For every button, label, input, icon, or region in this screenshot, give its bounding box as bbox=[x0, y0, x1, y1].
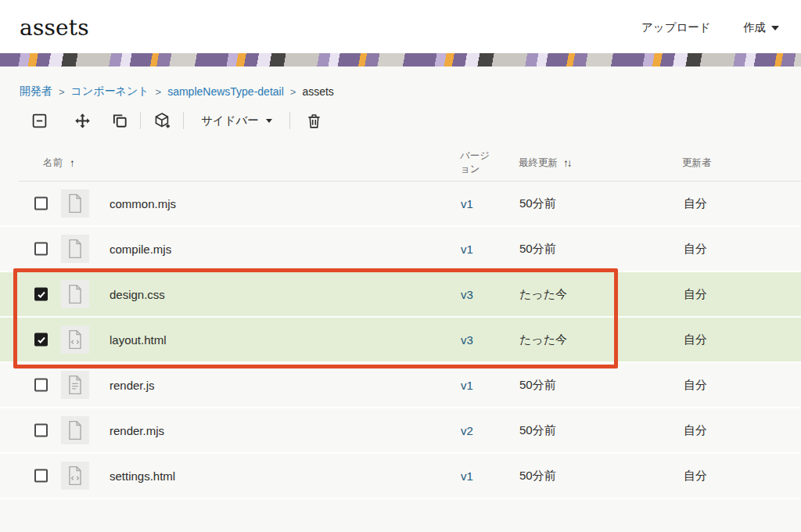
last-modified: たった今 bbox=[519, 287, 567, 302]
row-checkbox[interactable] bbox=[34, 243, 48, 256]
version-link[interactable]: v2 bbox=[461, 424, 473, 437]
column-header-modified[interactable]: 最終更新 ↑↓ bbox=[519, 156, 571, 170]
move-button[interactable] bbox=[74, 110, 91, 131]
page-title: assets bbox=[20, 15, 89, 41]
modified-by: 自分 bbox=[684, 423, 707, 438]
row-checkbox-checked[interactable] bbox=[34, 333, 48, 347]
row-checkbox[interactable] bbox=[34, 197, 48, 210]
version-link[interactable]: v3 bbox=[461, 333, 473, 347]
file-name[interactable]: design.css bbox=[110, 288, 165, 301]
breadcrumb-developers[interactable]: 開発者 bbox=[20, 84, 52, 99]
file-code-icon bbox=[61, 462, 89, 490]
table-row[interactable]: render.mjs v2 50分前 自分 bbox=[0, 408, 801, 454]
file-name[interactable]: layout.html bbox=[110, 333, 167, 347]
modified-by: 自分 bbox=[684, 332, 707, 347]
last-modified: 50分前 bbox=[519, 469, 556, 483]
sort-ascending-icon: ↑ bbox=[70, 157, 74, 169]
table-row[interactable]: settings.html v1 50分前 自分 bbox=[0, 454, 801, 499]
file-blank-icon bbox=[61, 235, 89, 263]
file-text-icon bbox=[61, 371, 89, 399]
breadcrumb-components[interactable]: コンポーネント bbox=[71, 84, 149, 99]
create-button[interactable]: 作成 bbox=[743, 20, 779, 35]
copy-button[interactable] bbox=[111, 110, 128, 131]
selection-toolbar: サイドバー bbox=[31, 110, 322, 131]
file-code-icon bbox=[61, 325, 89, 354]
breadcrumb-samplenewstype-detail[interactable]: sampleNewsType-detail bbox=[167, 85, 284, 98]
file-name[interactable]: settings.html bbox=[110, 469, 175, 483]
version-link[interactable]: v1 bbox=[461, 243, 473, 256]
upload-button[interactable]: アップロード bbox=[641, 20, 711, 35]
copy-icon bbox=[111, 112, 128, 129]
sidebar-dropdown-button[interactable]: サイドバー bbox=[201, 110, 272, 131]
file-name[interactable]: render.js bbox=[110, 379, 155, 392]
column-header-version[interactable]: バージョン bbox=[460, 149, 497, 176]
last-modified: 50分前 bbox=[519, 242, 556, 257]
upload-button-label: アップロード bbox=[641, 20, 711, 35]
banner-image bbox=[0, 53, 801, 66]
sort-both-icon: ↑↓ bbox=[563, 157, 571, 169]
sidebar-dropdown-label: サイドバー bbox=[201, 113, 259, 128]
toolbar-divider bbox=[140, 112, 141, 129]
table-row-selected[interactable]: layout.html v3 たった今 自分 bbox=[0, 318, 801, 363]
app-header: assets アップロード 作成 bbox=[0, 0, 801, 53]
modified-by: 自分 bbox=[684, 196, 707, 211]
last-modified: 50分前 bbox=[519, 378, 556, 393]
modified-by: 自分 bbox=[684, 378, 707, 393]
breadcrumb: 開発者 > コンポーネント > sampleNewsType-detail > … bbox=[20, 84, 334, 99]
table-row[interactable]: render.js v1 50分前 自分 bbox=[0, 363, 801, 408]
modified-by: 自分 bbox=[684, 469, 707, 483]
column-header-modifier[interactable]: 更新者 bbox=[682, 156, 712, 170]
file-blank-icon bbox=[61, 189, 89, 217]
chevron-down-icon bbox=[266, 119, 272, 123]
assets-page: assets アップロード 作成 開発者 > コンポーネント > sampleN… bbox=[0, 0, 801, 532]
toolbar-divider bbox=[289, 112, 290, 129]
chevron-down-icon bbox=[771, 26, 779, 31]
delete-button[interactable] bbox=[306, 110, 322, 131]
cube-add-icon bbox=[153, 112, 171, 130]
file-list: common.mjs v1 50分前 自分 compile.mjs v1 50分… bbox=[0, 182, 801, 499]
version-link[interactable]: v1 bbox=[461, 197, 473, 210]
table-row[interactable]: common.mjs v1 50分前 自分 bbox=[0, 182, 801, 227]
toolbar-divider bbox=[183, 112, 184, 129]
deselect-button[interactable] bbox=[31, 110, 48, 131]
file-name[interactable]: compile.mjs bbox=[110, 243, 171, 256]
row-checkbox-checked[interactable] bbox=[34, 288, 48, 301]
trash-icon bbox=[306, 113, 322, 129]
modified-by: 自分 bbox=[684, 287, 707, 302]
version-link[interactable]: v1 bbox=[461, 469, 473, 483]
table-row-selected[interactable]: design.css v3 たった今 自分 bbox=[0, 272, 801, 318]
row-checkbox[interactable] bbox=[34, 379, 48, 392]
file-name[interactable]: render.mjs bbox=[110, 424, 164, 437]
breadcrumb-assets-current: assets bbox=[302, 85, 333, 98]
version-link[interactable]: v3 bbox=[461, 288, 473, 301]
breadcrumb-separator: > bbox=[149, 86, 168, 98]
table-row[interactable]: compile.mjs v1 50分前 自分 bbox=[0, 227, 801, 272]
file-blank-icon bbox=[61, 416, 89, 444]
modified-by: 自分 bbox=[684, 242, 707, 257]
column-header-name-label: 名前 bbox=[43, 156, 63, 170]
componentize-button[interactable] bbox=[153, 110, 171, 131]
deselect-icon bbox=[31, 113, 48, 129]
column-header-modified-label: 最終更新 bbox=[519, 156, 558, 170]
breadcrumb-separator: > bbox=[284, 86, 303, 98]
move-icon bbox=[74, 113, 91, 129]
create-button-label: 作成 bbox=[743, 20, 766, 35]
last-modified: たった今 bbox=[519, 332, 567, 347]
row-checkbox[interactable] bbox=[34, 424, 48, 437]
breadcrumb-separator: > bbox=[52, 86, 71, 98]
last-modified: 50分前 bbox=[519, 423, 556, 438]
row-checkbox[interactable] bbox=[34, 469, 48, 483]
file-name[interactable]: common.mjs bbox=[110, 197, 176, 210]
version-link[interactable]: v1 bbox=[461, 379, 473, 392]
last-modified: 50分前 bbox=[519, 196, 556, 211]
file-blank-icon bbox=[61, 280, 89, 308]
column-header-name[interactable]: 名前 ↑ bbox=[43, 156, 74, 170]
